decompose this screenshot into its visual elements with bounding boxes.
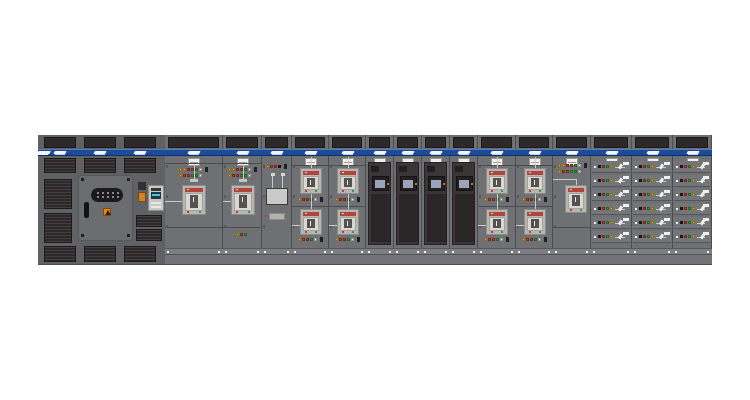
unit-latch: [594, 180, 596, 182]
breaker-status-dot-red: [342, 231, 344, 233]
unit-indicator-green: [688, 193, 691, 196]
hmi-status-led: [415, 183, 417, 185]
unit-latch: [676, 180, 678, 182]
mimic-bus-line: [348, 157, 349, 168]
unit-indicator-green: [606, 221, 609, 224]
band-clip: [368, 251, 370, 253]
unit-latch: [635, 194, 637, 196]
roof-vent-panel: [481, 137, 512, 148]
dual-lower-indicator-light-red: [526, 238, 529, 241]
incomer-indicator-light-red: [187, 168, 190, 171]
door-screw: [127, 234, 130, 237]
breaker-window: [239, 195, 247, 208]
unit-indicator-green: [606, 235, 609, 238]
breaker-status-dot-green: [539, 231, 541, 233]
unit-indicator-green: [647, 165, 650, 168]
unit-indicator-yellow: [610, 179, 613, 182]
unit-nameplate: [664, 176, 670, 179]
brand-logo-underline: [237, 154, 247, 155]
feeder-unit-row: [592, 161, 630, 173]
incomer-indicator-light-white: [199, 174, 202, 177]
dual-upper-control-switch: [506, 197, 509, 202]
brand-logo-underline: [38, 154, 48, 155]
breaker-window: [344, 219, 352, 228]
dual-lower-control-switch: [320, 237, 323, 242]
breaker-label-dot: [342, 172, 344, 173]
band-clip: [548, 251, 550, 253]
breaker-handle: [496, 180, 497, 185]
unit-indicator-red: [602, 165, 605, 168]
brand-logo-underline: [567, 154, 577, 155]
incomer-indicator-light-red: [236, 168, 239, 171]
breaker-label-dot: [491, 172, 493, 173]
unit-latch: [676, 236, 678, 238]
connector-pin: [107, 192, 109, 194]
unit-indicator-yellow: [692, 165, 695, 168]
air-circuit-breaker: [231, 185, 255, 215]
meter-bezel: [151, 188, 161, 191]
door-hinge: [263, 225, 265, 228]
breaker-status-dot-red: [491, 190, 493, 192]
incomer-indicator-light-green: [195, 168, 198, 171]
brand-logo-underline: [529, 154, 539, 155]
door-hinge: [263, 165, 265, 168]
dual-lower-indicator-light-yellow: [298, 238, 301, 241]
unit-indicator-green: [688, 207, 691, 210]
hmi-display-module: [400, 176, 417, 191]
roof-vent-panel: [397, 137, 418, 148]
unit-latch: [594, 194, 596, 196]
unit-indicator-red: [602, 235, 605, 238]
unit-nameplate: [623, 176, 629, 179]
band-clip: [511, 251, 513, 253]
hmi-display-screen: [375, 180, 385, 188]
roof-vent-panel: [226, 137, 258, 148]
dual-lower-control-switch: [357, 237, 360, 242]
dual-upper-indicator-light-red: [302, 198, 305, 201]
bottom-cable-band: [292, 248, 329, 255]
unit-indicator-green: [606, 207, 609, 210]
mimic-bus-line: [497, 194, 498, 209]
meter-plate: [269, 213, 285, 220]
brand-logo-underline: [135, 154, 145, 155]
unit-nameplate: [664, 232, 670, 235]
roof-vent-panel: [44, 137, 76, 148]
unit-indicator-black: [598, 193, 601, 196]
band-clip: [225, 251, 227, 253]
dual-upper-indicator-light-white: [314, 198, 317, 201]
incomer-indicator-light-white: [199, 168, 202, 171]
unit-indicator-green: [688, 235, 691, 238]
breaker-status-dot-red: [305, 190, 307, 192]
hmi-lower-panel: [427, 194, 446, 242]
louver-vent-panel: [44, 158, 76, 173]
unit-indicator-red: [684, 221, 687, 224]
drawout-plate: [239, 179, 247, 182]
dual-lower-indicator-light-white: [351, 238, 354, 241]
band-clip: [473, 251, 475, 253]
unit-latch: [635, 236, 637, 238]
connector-pin: [117, 196, 119, 198]
generator-door: [78, 175, 133, 241]
dual-upper-indicator-light-yellow: [335, 198, 338, 201]
breaker-handle: [347, 180, 348, 185]
unit-nameplate: [703, 176, 709, 179]
dual-upper-indicator-light-red: [530, 198, 533, 201]
dual-lower-indicator-light-red: [530, 238, 533, 241]
hmi-display-module: [456, 176, 473, 191]
metering-indicator-light-red: [274, 165, 277, 168]
brand-logo-underline: [492, 154, 502, 155]
tie-indicator-light-red: [562, 170, 565, 173]
door-hinge: [166, 165, 168, 168]
band-clip: [675, 251, 677, 253]
breaker-window: [344, 178, 352, 187]
panel-divider: [553, 227, 591, 228]
incomer-indicator-light-yellow: [183, 168, 186, 171]
mimic-bus-line: [535, 194, 536, 209]
bottom-cable-band: [553, 248, 591, 255]
unit-indicator-red: [643, 235, 646, 238]
brand-logo-underline: [305, 154, 315, 155]
air-circuit-breaker: [565, 185, 587, 213]
feeder-unit-row: [674, 217, 710, 229]
unit-indicator-black: [680, 207, 683, 210]
unit-nameplate: [703, 232, 709, 235]
unit-nameplate: [623, 190, 629, 193]
